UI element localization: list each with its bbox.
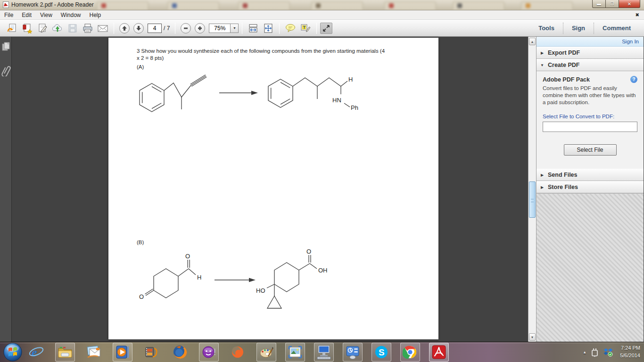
start-button[interactable] [3, 342, 23, 362]
taskbar-adobe-reader[interactable] [429, 343, 449, 362]
chevron-right-icon: ▶ [537, 173, 548, 177]
sign-in-link[interactable]: Sign In [622, 39, 639, 44]
previous-page-button[interactable] [119, 23, 130, 33]
chevron-right-icon: ▶ [537, 51, 548, 55]
tools-nav-button[interactable]: Tools [530, 25, 563, 32]
toolbar: / 7 75% ▼ T Tools Sign [0, 20, 644, 37]
scroll-down-button[interactable]: ▼ [529, 333, 536, 341]
zoom-level-value[interactable]: 75% [209, 24, 231, 33]
menu-window[interactable]: Window [57, 11, 85, 19]
highlight-text-icon[interactable]: T [299, 23, 312, 34]
taskbar-display-settings[interactable] [343, 343, 363, 362]
scroll-up-button[interactable]: ▲ [529, 38, 536, 45]
close-button[interactable]: ✕ [619, 0, 640, 8]
attachments-paperclip-icon[interactable] [1, 64, 11, 76]
tools-panel: Sign In ▶ Export PDF ▼ Create PDF Adobe … [536, 37, 644, 342]
cloud-upload-icon[interactable] [51, 23, 64, 34]
chevron-right-icon: ▶ [537, 185, 548, 189]
fullscreen-icon[interactable] [320, 23, 332, 34]
label-oh-b-right: OH [318, 267, 328, 274]
chevron-down-icon: ▼ [537, 63, 548, 67]
comment-balloon-icon[interactable] [284, 23, 297, 34]
restore-button[interactable]: ❐ [606, 0, 619, 8]
zoom-dropdown-button[interactable]: ▼ [231, 24, 239, 33]
taskbar-remote-desktop[interactable] [314, 343, 334, 362]
svg-text:e: e [32, 346, 37, 359]
close-menubar-icon[interactable]: ✖ [636, 12, 639, 17]
taskbar-windows-explorer[interactable] [55, 343, 75, 362]
taskbar: e [0, 342, 644, 362]
open-file-icon[interactable] [6, 23, 18, 34]
send-files-header[interactable]: ▶ Send Files [537, 169, 644, 181]
window-title: Homework 2.pdf - Adobe Reader [11, 1, 94, 8]
system-tray: ▲ 7:24 PM 5/6/2014 [583, 345, 644, 360]
fit-width-icon[interactable] [247, 23, 259, 34]
show-hidden-icons-button[interactable]: ▲ [583, 350, 586, 354]
label-ph-a: Ph [351, 104, 358, 111]
select-file-button[interactable]: Select File [564, 144, 617, 156]
export-pdf-header[interactable]: ▶ Export PDF [537, 47, 644, 59]
create-pdf-online-icon[interactable] [21, 23, 33, 34]
minimize-button[interactable]: ▬ [592, 0, 606, 8]
print-icon[interactable] [82, 23, 94, 34]
file-to-convert-input[interactable] [543, 122, 637, 132]
taskbar-firefox[interactable] [170, 343, 190, 362]
title-bar[interactable]: Homework 2.pdf - Adobe Reader ▬ ❐ ✕ [0, 0, 644, 10]
zoom-out-button[interactable] [181, 23, 191, 33]
taskbar-origin[interactable] [228, 343, 248, 362]
adobe-pdf-pack-title: Adobe PDF Pack [543, 76, 590, 83]
pack-description: Convert files to PDF and easily combine … [543, 85, 637, 107]
taskbar-paint[interactable] [256, 343, 276, 362]
svg-text:T: T [303, 25, 306, 30]
dropbox-icon[interactable] [603, 347, 613, 357]
power-plug-icon[interactable] [591, 347, 599, 357]
taskbar-movie-maker[interactable] [141, 343, 161, 362]
select-file-label: Select File to Convert to PDF: [543, 114, 637, 119]
save-icon[interactable] [66, 23, 79, 34]
sign-nav-button[interactable]: Sign [563, 25, 594, 32]
scrollbar-thumb[interactable] [529, 181, 536, 218]
vertical-scrollbar[interactable]: ▲ ▼ [528, 37, 536, 342]
panel-empty-area [537, 193, 644, 342]
label-h-a: H [348, 76, 353, 83]
navigation-pane [0, 37, 12, 342]
clock-date: 5/6/2014 [620, 352, 640, 360]
next-page-button[interactable] [133, 23, 144, 33]
create-pdf-header[interactable]: ▼ Create PDF [537, 59, 644, 71]
label-o-b-right: O [306, 248, 311, 255]
menu-view[interactable]: View [36, 11, 57, 19]
clock-time: 7:24 PM [620, 345, 640, 352]
chemical-structures-drawing: H HN Ph O H O O OH HO [108, 38, 438, 339]
menu-bar: File Edit View Window Help ✖ [0, 10, 644, 20]
pdf-app-icon [3, 1, 9, 8]
label-o-top-b-left: O [185, 253, 190, 260]
fill-sign-icon[interactable] [36, 23, 49, 34]
email-icon[interactable] [97, 23, 109, 34]
menu-help[interactable]: Help [85, 11, 106, 19]
store-files-header[interactable]: ▶ Store Files [537, 181, 644, 193]
svg-text:S: S [379, 347, 385, 357]
document-area[interactable]: 3 Show how you would synthesize each of … [12, 37, 528, 342]
taskbar-clock[interactable]: 7:24 PM 5/6/2014 [617, 345, 640, 360]
page-total-label: / 7 [164, 25, 170, 32]
menu-file[interactable]: File [0, 11, 17, 19]
taskbar-photo-viewer[interactable] [285, 343, 305, 362]
page-thumbnails-icon[interactable] [1, 41, 11, 52]
help-icon[interactable]: ? [630, 76, 637, 83]
taskbar-chrome[interactable] [400, 343, 420, 362]
taskbar-skype[interactable]: S [372, 343, 391, 362]
label-o-bottom-b-left: O [139, 293, 144, 300]
taskbar-windows-live-mail[interactable] [84, 343, 104, 362]
fit-page-icon[interactable] [262, 23, 274, 34]
label-hn-a: HN [332, 97, 341, 104]
background-window-tabs [0, 0, 644, 10]
comment-nav-button[interactable]: Comment [594, 25, 639, 32]
taskbar-internet-explorer[interactable]: e [26, 343, 46, 362]
taskbar-windows-media-player[interactable] [113, 343, 132, 362]
menu-edit[interactable]: Edit [17, 11, 36, 19]
taskbar-yahoo-messenger[interactable] [199, 343, 219, 362]
page-number-input[interactable] [148, 24, 162, 33]
pdf-page[interactable]: 3 Show how you would synthesize each of … [108, 38, 438, 339]
zoom-in-button[interactable] [195, 23, 205, 33]
desktop-screen: Homework 2.pdf - Adobe Reader ▬ ❐ ✕ File… [0, 0, 644, 362]
